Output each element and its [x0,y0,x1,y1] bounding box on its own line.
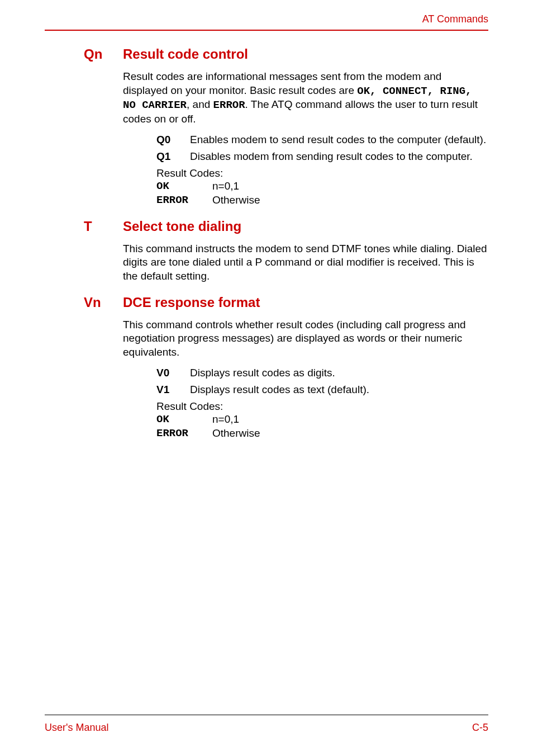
result-row: ERROR Otherwise [45,193,488,207]
result-row: OK n=0,1 [45,413,488,427]
result-code: OK [156,179,212,193]
param-desc: Displays result codes as text (default). [190,383,488,397]
section-t: T Select tone dialing This command instr… [45,219,488,284]
param-row: V1 Displays result codes as text (defaul… [45,383,488,397]
page-header: AT Commands [45,13,488,31]
param-desc: Disables modem from sending result codes… [190,150,488,164]
result-desc: Otherwise [212,427,488,441]
intro-text: , and [187,98,213,110]
section-qn: Qn Result code control Result codes are … [45,46,488,207]
section-heading-qn: Qn Result code control [45,46,488,62]
result-codes-label: Result Codes: [45,167,488,179]
result-desc: Otherwise [212,193,488,207]
result-codes-label: Result Codes: [45,400,488,413]
param-desc: Displays result codes as digits. [190,366,488,380]
param-label: Q1 [156,150,190,164]
footer-right: C-5 [472,722,488,734]
result-code: ERROR [156,427,212,441]
param-row: V0 Displays result codes as digits. [45,366,488,380]
result-row: ERROR Otherwise [45,427,488,441]
result-desc: n=0,1 [212,179,488,193]
param-label: V0 [156,366,190,380]
result-row: OK n=0,1 [45,179,488,193]
param-row: Q0 Enables modem to send result codes to… [45,133,488,147]
page-footer: User's Manual C-5 [45,715,488,734]
section-title: Select tone dialing [123,219,488,234]
param-row: Q1 Disables modem from sending result co… [45,150,488,164]
section-vn: Vn DCE response format This command cont… [45,295,488,441]
section-intro: Result codes are informational messages … [45,70,488,126]
header-title: AT Commands [422,13,488,25]
param-desc: Enables modem to send result codes to th… [190,133,488,147]
result-code: OK [156,413,212,427]
section-cmd: Qn [84,46,123,62]
section-title: Result code control [123,46,488,62]
intro-code: ERROR [213,99,245,111]
section-cmd: T [84,219,123,234]
section-intro: This command controls whether result cod… [45,318,488,360]
section-cmd: Vn [84,295,123,310]
section-heading-t: T Select tone dialing [45,219,488,234]
param-label: Q0 [156,133,190,147]
result-desc: n=0,1 [212,413,488,427]
section-intro: This command instructs the modem to send… [45,242,488,284]
section-title: DCE response format [123,295,488,310]
section-heading-vn: Vn DCE response format [45,295,488,310]
footer-left: User's Manual [45,722,108,734]
result-code: ERROR [156,193,212,207]
param-label: V1 [156,383,190,397]
